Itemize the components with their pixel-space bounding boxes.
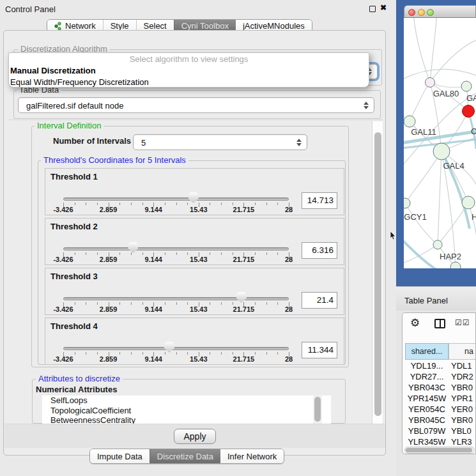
bottom-tabbar: Impute DataDiscretize DataInfer Network <box>89 449 284 464</box>
table-row[interactable]: YLR345WYLR3 <box>405 436 476 447</box>
slider-track[interactable] <box>63 197 289 201</box>
algorithm-popup-prompt: Select algorithm to view settings <box>9 53 369 65</box>
cell-shared-name: YDL19... <box>405 360 449 371</box>
minimize-traffic-light-icon[interactable] <box>418 9 425 16</box>
network-edge <box>404 69 476 82</box>
tab-impute-data[interactable]: Impute Data <box>90 449 150 463</box>
tab-discretize-data[interactable]: Discretize Data <box>150 449 220 463</box>
tab-label: Infer Network <box>227 452 277 461</box>
window-title: Control Panel <box>5 4 56 14</box>
slider-thumb[interactable] <box>128 242 138 253</box>
checkbox-icons[interactable]: ☑☑ <box>455 318 470 327</box>
column-header-name[interactable]: na <box>449 343 476 360</box>
table-data-value: galFiltered.sif default node <box>26 100 123 110</box>
attribute-item[interactable]: BetweennessCentrality <box>42 415 331 424</box>
table-row[interactable]: YPR145WYPR1 <box>405 393 476 404</box>
node[interactable] <box>462 196 475 209</box>
network-edge <box>405 151 441 203</box>
node[interactable] <box>461 81 472 91</box>
cell-shared-name: YBL079W <box>405 426 449 436</box>
numerical-attributes-list[interactable]: SelfLoopsTopologicalCoefficientBetweenne… <box>42 395 331 424</box>
slider-thumb[interactable] <box>236 292 247 303</box>
scale-label: 28 <box>285 256 293 263</box>
tab-infer-network[interactable]: Infer Network <box>220 449 284 463</box>
table-row[interactable]: YDR27...YDR2 <box>405 371 476 382</box>
cell-name: YBR0 <box>449 415 473 426</box>
scale-label: 2.859 <box>100 256 118 263</box>
threshold-value-field[interactable]: 21.4 <box>302 292 337 309</box>
node-label: GA <box>466 93 476 103</box>
table-rows: YDL19...YDL1YDR27...YDR2YBR043CYBR0YPR14… <box>405 360 476 454</box>
tab-label: Cyni Toolbox <box>181 21 229 31</box>
gear-icon[interactable]: ⚙ <box>410 316 420 329</box>
node-hap2[interactable] <box>433 240 442 249</box>
cell-name: YBL0 <box>449 426 472 436</box>
node-gcy1[interactable] <box>404 198 410 208</box>
table-row[interactable]: YDL19...YDL1 <box>405 360 476 371</box>
combo-arrows-icon <box>364 102 369 109</box>
zoom-traffic-light-icon[interactable] <box>427 9 434 16</box>
threshold-value-field[interactable]: 11.344 <box>302 342 337 358</box>
node-gal4[interactable] <box>433 143 450 160</box>
threshold-panel: Threshold 2-3.4262.8599.14415.4321.71528… <box>45 218 344 265</box>
algorithm-option[interactable]: Manual Discretization <box>9 65 369 77</box>
close-traffic-light-icon[interactable] <box>408 9 415 16</box>
cell-shared-name: YBR043C <box>405 382 449 393</box>
slider-scale-labels: -3.4262.8599.14415.4321.71528 <box>63 256 289 263</box>
scale-label: 21.715 <box>233 256 255 263</box>
cell-name: YLR3 <box>449 436 472 447</box>
attributes-list-scrollbar[interactable] <box>313 395 322 424</box>
table-panel-titlebar[interactable]: Table Panel <box>396 286 476 311</box>
table-row[interactable]: YBL079WYBL0 <box>405 426 476 436</box>
close-icon[interactable]: ✖ <box>380 3 387 12</box>
number-of-intervals-combobox[interactable]: 5 <box>133 134 307 150</box>
cell-shared-name: YLR345W <box>405 436 449 447</box>
network-window: GAL80GAGAL11CGAL4GCY1HHAP2 <box>404 5 476 268</box>
scale-label: 9.144 <box>144 206 162 213</box>
table-data-combobox[interactable]: galFiltered.sif default node <box>18 97 374 113</box>
combo-arrows-icon <box>296 139 302 146</box>
algorithm-option[interactable]: Equal Width/Frequency Discretization <box>9 77 369 88</box>
cell-name: YDR2 <box>449 371 473 382</box>
network-edge <box>410 82 430 121</box>
slider-track[interactable] <box>63 347 289 350</box>
slider-track[interactable] <box>63 247 289 250</box>
slider-track[interactable] <box>63 297 289 300</box>
slider-thumb[interactable] <box>164 342 174 353</box>
cyni-toolbox-panel: Discretization Algorithm Table Data galF… <box>3 30 386 456</box>
network-edge <box>405 203 438 245</box>
table-panel-body: ⚙ ☑☑ shared... na YDL19...YDL1YDR27...YD… <box>402 312 476 454</box>
threshold-value-field[interactable]: 6.316 <box>302 242 337 259</box>
slider-scale-labels: -3.4262.8599.14415.4321.71528 <box>63 206 289 213</box>
control-panel-window: Control Panel ✖ NetworkStyleSelectCyni T… <box>0 0 396 476</box>
settings-scrollbar[interactable] <box>372 121 383 424</box>
scale-label: 2.859 <box>100 305 118 313</box>
slider-thumb[interactable] <box>188 192 199 203</box>
table-row[interactable]: YBR043CYBR0 <box>405 382 476 393</box>
table-row[interactable]: YER054CYER0 <box>405 404 476 415</box>
scale-label: 9.144 <box>144 355 162 363</box>
network-window-titlebar[interactable] <box>404 5 476 18</box>
column-header-shared-name[interactable]: shared... <box>405 343 449 360</box>
node-gal80[interactable] <box>426 78 435 88</box>
scale-label: 9.144 <box>144 305 162 313</box>
table-panel-title: Table Panel <box>404 296 448 305</box>
split-column-icon[interactable] <box>434 319 445 328</box>
network-canvas[interactable]: GAL80GAGAL11CGAL4GCY1HHAP2 <box>404 18 476 268</box>
float-window-icon[interactable] <box>369 6 376 12</box>
table-row[interactable]: YBR045CYBR0 <box>405 415 476 426</box>
table-horizontal-scrollbar[interactable] <box>404 447 475 454</box>
node-red-selected[interactable] <box>463 105 475 118</box>
scale-label: -3.426 <box>53 206 73 213</box>
node-label: C <box>471 127 476 136</box>
cell-name: YPR1 <box>449 393 473 404</box>
node-label: GAL80 <box>433 89 459 98</box>
scale-label: 21.715 <box>233 305 255 313</box>
slider-scale-labels: -3.4262.8599.14415.4321.71528 <box>63 305 289 313</box>
apply-button[interactable]: Apply <box>174 429 216 444</box>
attribute-item[interactable]: TopologicalCoefficient <box>42 406 331 416</box>
threshold-value-field[interactable]: 14.713 <box>302 192 337 209</box>
node-gal11[interactable] <box>404 116 415 127</box>
algorithm-dropdown-popup: Select algorithm to view settingsManual … <box>8 52 369 88</box>
attribute-item[interactable]: SelfLoops <box>42 395 331 406</box>
